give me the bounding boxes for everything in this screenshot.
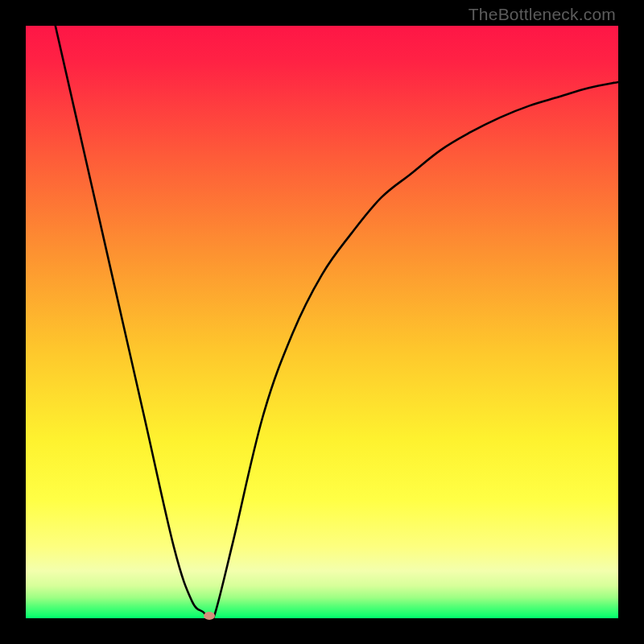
chart-frame	[26, 26, 618, 618]
watermark-text: TheBottleneck.com	[469, 5, 616, 24]
bottleneck-curve	[26, 26, 618, 618]
minimum-marker	[204, 612, 215, 620]
